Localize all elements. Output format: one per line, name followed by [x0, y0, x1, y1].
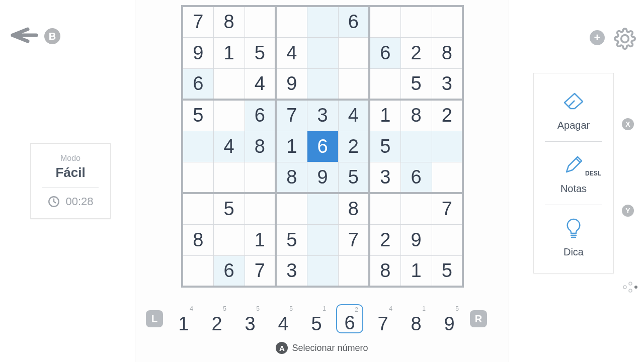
- hint-button[interactable]: Dica: [534, 205, 613, 268]
- cell-r8-c0[interactable]: [182, 255, 213, 287]
- cell-r7-c4[interactable]: [307, 224, 338, 255]
- pick-number-5[interactable]: 15: [303, 304, 330, 333]
- cell-r8-c3[interactable]: 3: [276, 255, 307, 287]
- pick-number-4[interactable]: 54: [270, 304, 297, 333]
- cell-r2-c6[interactable]: [369, 68, 400, 100]
- cell-r5-c2[interactable]: [245, 162, 276, 193]
- cell-r5-c3[interactable]: 8: [276, 162, 307, 193]
- cell-r7-c6[interactable]: 2: [369, 224, 400, 255]
- cell-r3-c0[interactable]: 5: [182, 100, 213, 131]
- pick-number-3[interactable]: 53: [236, 304, 264, 333]
- cell-r4-c2[interactable]: 8: [245, 131, 276, 162]
- cell-r6-c5[interactable]: 8: [338, 193, 369, 224]
- cell-r1-c4[interactable]: [307, 37, 338, 68]
- l-shoulder-badge[interactable]: L: [146, 310, 163, 327]
- cell-r7-c8[interactable]: [432, 224, 463, 255]
- cell-r4-c3[interactable]: 1: [276, 131, 307, 162]
- cell-r2-c3[interactable]: 9: [276, 68, 307, 100]
- cell-r7-c0[interactable]: 8: [182, 224, 213, 255]
- cell-r0-c2[interactable]: [245, 6, 276, 37]
- cell-r6-c4[interactable]: [307, 193, 338, 224]
- cell-r0-c5[interactable]: 6: [338, 6, 369, 37]
- cell-r8-c6[interactable]: 8: [369, 255, 400, 287]
- cell-r5-c8[interactable]: [432, 162, 463, 193]
- cell-r2-c4[interactable]: [307, 68, 338, 100]
- cell-r3-c6[interactable]: 1: [369, 100, 400, 131]
- pick-number-8[interactable]: 18: [403, 304, 430, 333]
- cell-r2-c2[interactable]: 4: [245, 68, 276, 100]
- cell-r0-c4[interactable]: [307, 6, 338, 37]
- gear-icon[interactable]: [614, 28, 634, 48]
- cell-r4-c7[interactable]: [400, 131, 432, 162]
- cell-r3-c5[interactable]: 4: [338, 100, 369, 131]
- cell-r6-c7[interactable]: [400, 193, 432, 224]
- cell-r1-c2[interactable]: 5: [245, 37, 276, 68]
- cell-r3-c1[interactable]: [213, 100, 245, 131]
- pick-number-2[interactable]: 52: [203, 304, 230, 333]
- cell-r7-c5[interactable]: 7: [338, 224, 369, 255]
- cell-r1-c6[interactable]: 6: [369, 37, 400, 68]
- cell-r0-c8[interactable]: [432, 6, 463, 37]
- notes-button[interactable]: DESL Notas: [534, 142, 613, 205]
- cell-r8-c5[interactable]: [338, 255, 369, 287]
- cell-r3-c4[interactable]: 3: [307, 100, 338, 131]
- cell-r1-c1[interactable]: 1: [213, 37, 245, 68]
- cell-r2-c1[interactable]: [213, 68, 245, 100]
- cell-r8-c7[interactable]: 1: [400, 255, 432, 287]
- back-button[interactable]: B: [5, 25, 60, 47]
- cell-r3-c2[interactable]: 6: [245, 100, 276, 131]
- cell-r0-c7[interactable]: [400, 6, 432, 37]
- cell-r5-c5[interactable]: 5: [338, 162, 369, 193]
- cell-r1-c8[interactable]: 8: [432, 37, 463, 68]
- r-shoulder-badge[interactable]: R: [470, 310, 487, 327]
- cell-r0-c0[interactable]: 7: [182, 6, 213, 37]
- cell-r1-c0[interactable]: 9: [182, 37, 213, 68]
- cell-r3-c8[interactable]: 2: [432, 100, 463, 131]
- cell-r6-c1[interactable]: 5: [213, 193, 245, 224]
- cell-r5-c1[interactable]: [213, 162, 245, 193]
- cell-r2-c0[interactable]: 6: [182, 68, 213, 100]
- cell-r8-c2[interactable]: 7: [245, 255, 276, 287]
- cell-r8-c8[interactable]: 5: [432, 255, 463, 287]
- cell-r6-c0[interactable]: [182, 193, 213, 224]
- cell-r6-c8[interactable]: 7: [432, 193, 463, 224]
- erase-button[interactable]: Apagar: [534, 78, 613, 141]
- cell-r8-c4[interactable]: [307, 255, 338, 287]
- cell-r5-c4[interactable]: 9: [307, 162, 338, 193]
- cell-r5-c0[interactable]: [182, 162, 213, 193]
- pick-count: 4: [389, 305, 392, 312]
- cell-r2-c7[interactable]: 5: [400, 68, 432, 100]
- cell-r6-c3[interactable]: [276, 193, 307, 224]
- cell-r1-c3[interactable]: 4: [276, 37, 307, 68]
- cell-r6-c2[interactable]: [245, 193, 276, 224]
- cell-r5-c6[interactable]: 3: [369, 162, 400, 193]
- cell-r1-c5[interactable]: [338, 37, 369, 68]
- cell-r3-c3[interactable]: 7: [276, 100, 307, 131]
- pick-number-1[interactable]: 41: [170, 304, 197, 333]
- cell-r0-c1[interactable]: 8: [213, 6, 245, 37]
- cell-r8-c1[interactable]: 6: [213, 255, 245, 287]
- cell-r4-c5[interactable]: 2: [338, 131, 369, 162]
- cell-r1-c7[interactable]: 2: [400, 37, 432, 68]
- pick-number-6[interactable]: 26: [336, 304, 363, 333]
- cell-r7-c7[interactable]: 9: [400, 224, 432, 255]
- cell-r0-c6[interactable]: [369, 6, 400, 37]
- sudoku-board[interactable]: 7869154628649535673418248162589536587815…: [181, 5, 464, 288]
- cell-r4-c4[interactable]: 6: [307, 131, 338, 162]
- pick-number-7[interactable]: 47: [369, 304, 396, 333]
- cell-r7-c1[interactable]: [213, 224, 245, 255]
- cell-r2-c8[interactable]: 3: [432, 68, 463, 100]
- cell-r4-c8[interactable]: [432, 131, 463, 162]
- cell-r7-c3[interactable]: 5: [276, 224, 307, 255]
- cell-r4-c0[interactable]: [182, 131, 213, 162]
- cell-r0-c3[interactable]: [276, 6, 307, 37]
- pick-number-9[interactable]: 59: [436, 304, 463, 333]
- cell-r4-c1[interactable]: 4: [213, 131, 245, 162]
- cell-r4-c6[interactable]: 5: [369, 131, 400, 162]
- cell-r5-c7[interactable]: 6: [400, 162, 432, 193]
- cell-r3-c7[interactable]: 8: [400, 100, 432, 131]
- plus-icon[interactable]: +: [590, 30, 605, 45]
- cell-r7-c2[interactable]: 1: [245, 224, 276, 255]
- cell-r2-c5[interactable]: [338, 68, 369, 100]
- cell-r6-c6[interactable]: [369, 193, 400, 224]
